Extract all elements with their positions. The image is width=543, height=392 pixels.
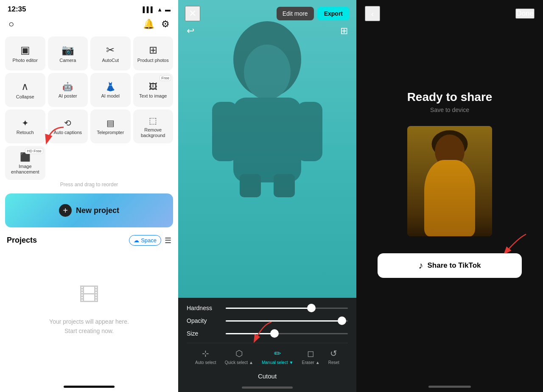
tool-image-enhancement-label: Image enhancement bbox=[7, 164, 44, 175]
hardness-track[interactable] bbox=[226, 308, 348, 309]
opacity-track[interactable] bbox=[226, 320, 348, 322]
reset-tool[interactable]: ↺ Reset bbox=[328, 348, 339, 365]
hardness-thumb[interactable] bbox=[307, 304, 316, 312]
opacity-thumb[interactable] bbox=[338, 316, 346, 325]
status-icons: ▌▌▌ ▲ ▬ bbox=[143, 6, 171, 13]
projects-header: Projects ☁ Space ☰ bbox=[0, 233, 178, 250]
hardness-label: Hardness bbox=[187, 305, 221, 311]
tool-camera-label: Camera bbox=[59, 58, 76, 63]
settings-icon[interactable]: ⚙ bbox=[161, 19, 170, 30]
tool-ai-model-label: AI model bbox=[101, 93, 120, 99]
svg-rect-3 bbox=[212, 102, 238, 161]
manual-select-label: Manual select ▼ bbox=[262, 360, 293, 365]
tool-collapse[interactable]: ∧ Collapse bbox=[5, 73, 45, 107]
profile-icon[interactable]: ○ bbox=[8, 19, 14, 30]
share-label: Share to TikTok bbox=[428, 261, 481, 270]
text-to-image-icon: 🖼 bbox=[149, 82, 157, 92]
edit-more-button[interactable]: Edit more bbox=[277, 7, 314, 20]
ai-model-icon: 👗 bbox=[105, 81, 116, 92]
notification-icon[interactable]: 🔔 bbox=[143, 19, 154, 30]
tool-remove-background[interactable]: ⬚ Remove background bbox=[133, 109, 174, 143]
space-button[interactable]: ☁ Space bbox=[129, 235, 161, 246]
size-track[interactable] bbox=[226, 333, 348, 334]
back-button[interactable]: ‹ bbox=[365, 6, 380, 21]
ai-poster-icon: 🤖 bbox=[62, 81, 73, 92]
tool-grid: ▣ Photo editor 📷 Camera ✂ AutoCut ⊞ Prod… bbox=[0, 34, 178, 180]
left-panel: 12:35 ▌▌▌ ▲ ▬ ○ 🔔 ⚙ ▣ Photo editor 📷 Cam… bbox=[0, 0, 178, 392]
tool-product-photos[interactable]: ⊞ Product photos bbox=[133, 36, 174, 70]
quick-select-icon: ⬡ bbox=[235, 348, 243, 358]
free-badge-text-to-image: Free bbox=[160, 75, 171, 81]
tool-remove-background-label: Remove background bbox=[135, 127, 172, 138]
tool-teleprompter-label: Teleprompter bbox=[97, 130, 124, 135]
tool-ai-model[interactable]: 👗 AI model bbox=[90, 73, 131, 107]
preview-image bbox=[407, 126, 492, 236]
quick-select-label: Quick select ▲ bbox=[225, 360, 253, 365]
remove-bg-icon: ⬚ bbox=[149, 115, 157, 126]
editor-header: ✕ Edit more Export bbox=[178, 0, 356, 25]
undo-button[interactable]: ↩ bbox=[187, 25, 194, 36]
svg-point-1 bbox=[244, 45, 291, 100]
tool-image-enhancement[interactable]: HD Free ⬛ Image enhancement bbox=[5, 146, 45, 180]
home-indicator-left bbox=[64, 386, 115, 388]
reset-icon: ↺ bbox=[330, 348, 337, 358]
svg-rect-6 bbox=[274, 174, 295, 197]
tool-ai-poster[interactable]: 🤖 AI poster bbox=[48, 73, 88, 107]
tool-teleprompter[interactable]: ▤ Teleprompter bbox=[90, 109, 131, 143]
compare-button[interactable]: ⊞ bbox=[340, 25, 348, 36]
tool-autocut-label: AutoCut bbox=[102, 58, 119, 63]
tool-auto-captions[interactable]: ⟲ Auto captions bbox=[48, 109, 88, 143]
tool-ai-poster-label: AI poster bbox=[59, 93, 77, 99]
right-panel: ‹ Done Ready to share Save to device bbox=[356, 0, 543, 392]
projects-title: Projects bbox=[7, 236, 37, 245]
retouch-icon: ✦ bbox=[22, 118, 29, 128]
battery-icon: ▬ bbox=[165, 6, 171, 13]
new-project-button[interactable]: + New project bbox=[5, 193, 173, 227]
drag-hint: Press and drag to reorder bbox=[0, 182, 178, 188]
manual-select-icon: ✏ bbox=[274, 348, 281, 358]
hardness-fill bbox=[226, 308, 311, 309]
export-button[interactable]: Export bbox=[317, 7, 350, 20]
eraser-label: Eraser ▲ bbox=[302, 360, 319, 365]
auto-select-tool[interactable]: ⊹ Auto select bbox=[195, 348, 216, 365]
tool-photo-editor[interactable]: ▣ Photo editor bbox=[5, 36, 45, 70]
opacity-label: Opacity bbox=[187, 317, 221, 324]
auto-select-label: Auto select bbox=[195, 360, 216, 365]
empty-text: Your projects will appear here.Start cre… bbox=[49, 317, 129, 336]
plus-icon: + bbox=[59, 204, 72, 217]
size-thumb[interactable] bbox=[270, 329, 279, 338]
empty-projects: 🎞 Your projects will appear here.Start c… bbox=[0, 250, 178, 382]
filter-icon[interactable]: ☰ bbox=[165, 236, 171, 245]
done-button[interactable]: Done bbox=[515, 8, 535, 19]
close-button[interactable]: ✕ bbox=[185, 6, 200, 21]
size-label: Size bbox=[187, 330, 221, 337]
tool-retouch-label: Retouch bbox=[17, 130, 34, 135]
space-icon: ☁ bbox=[134, 237, 139, 244]
share-to-tiktok-button[interactable]: ♪ Share to TikTok bbox=[378, 253, 522, 278]
empty-cell bbox=[48, 146, 88, 180]
camera-icon: 📷 bbox=[62, 44, 74, 56]
size-fill bbox=[226, 333, 274, 334]
home-indicator-mid bbox=[242, 386, 293, 389]
tool-autocut[interactable]: ✂ AutoCut bbox=[90, 36, 131, 70]
tool-camera[interactable]: 📷 Camera bbox=[48, 36, 88, 70]
cutout-label: Cutout bbox=[187, 368, 348, 385]
manual-select-tool[interactable]: ✏ Manual select ▼ bbox=[262, 348, 293, 365]
eraser-tool[interactable]: ◻ Eraser ▲ bbox=[302, 348, 319, 365]
size-slider-row: Size bbox=[187, 330, 348, 337]
share-button-container: ♪ Share to TikTok bbox=[378, 253, 522, 278]
opacity-fill bbox=[226, 320, 342, 322]
right-header: ‹ Done bbox=[356, 0, 543, 25]
ready-section: Ready to share Save to device bbox=[356, 25, 543, 377]
ready-title: Ready to share bbox=[407, 90, 493, 104]
svg-rect-4 bbox=[297, 102, 322, 161]
tool-text-to-image[interactable]: Free 🖼 Text to image bbox=[133, 73, 174, 107]
tool-retouch[interactable]: ✦ Retouch bbox=[5, 109, 45, 143]
tiktok-icon: ♪ bbox=[419, 260, 423, 271]
quick-select-tool[interactable]: ⬡ Quick select ▲ bbox=[225, 348, 253, 365]
status-bar: 12:35 ▌▌▌ ▲ ▬ bbox=[0, 0, 178, 17]
teleprompter-icon: ▤ bbox=[106, 118, 115, 128]
opacity-slider-row: Opacity bbox=[187, 317, 348, 324]
save-subtitle: Save to device bbox=[430, 106, 469, 113]
space-label: Space bbox=[141, 237, 157, 244]
